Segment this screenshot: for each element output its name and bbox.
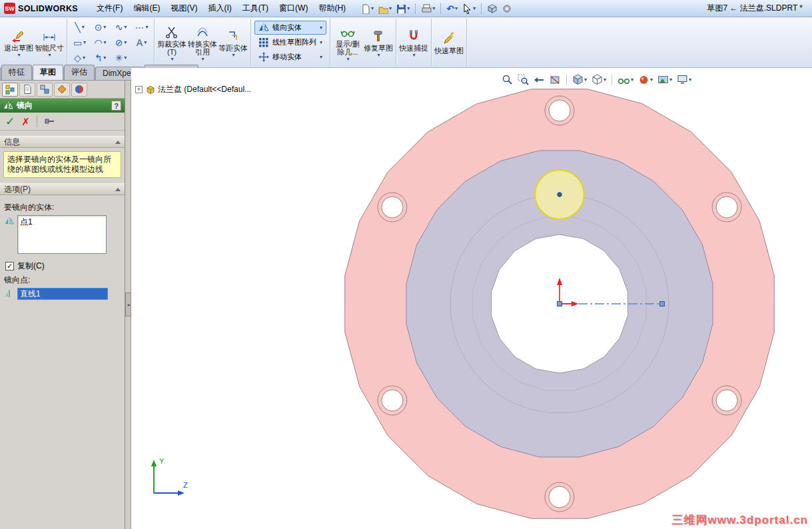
chevron-down-icon[interactable]: ▾ — [144, 40, 147, 45]
centerline-start-handle[interactable] — [558, 302, 562, 306]
rapid-sketch-button[interactable]: 快速草图 — [434, 30, 464, 55]
smart-dimension-button[interactable]: 智能尺寸 ▾ — [34, 27, 65, 58]
chevron-down-icon[interactable]: ▾ — [201, 57, 204, 62]
graphics-area[interactable]: + 法兰盘 (Default<<Defaul... ▾ ▾ ▾ ▾ ▾ ▾ Y … — [131, 68, 812, 529]
tab-evaluate[interactable]: 评估 — [64, 65, 95, 80]
section-view-button[interactable] — [549, 73, 562, 86]
copy-checkbox[interactable]: ✓ — [5, 262, 14, 270]
menu-file[interactable]: 文件(F) — [91, 0, 128, 17]
chevron-down-icon[interactable]: ▾ — [171, 57, 173, 62]
chevron-down-icon[interactable]: ▾ — [104, 40, 107, 45]
chevron-down-icon[interactable]: ▾ — [83, 55, 85, 61]
spline-tool-button[interactable]: ∿▾ — [111, 19, 131, 35]
edit-appearance-button[interactable]: ▾ — [637, 73, 653, 86]
feature-manager-tab[interactable] — [2, 83, 18, 97]
convert-entities-button[interactable]: 转换实体引用 ▾ — [187, 23, 218, 62]
chevron-down-icon[interactable]: ▾ — [82, 25, 85, 30]
tab-sketch[interactable]: 草图 — [33, 65, 63, 80]
rectangle-tool-button[interactable]: ▭▾ — [69, 35, 90, 50]
display-delete-relations-button[interactable]: 显示/删除几... ▾ — [332, 23, 363, 62]
chevron-down-icon[interactable]: ▾ — [124, 55, 127, 61]
polygon-tool-button[interactable]: ◇▾ — [69, 50, 90, 65]
arc-tool-button[interactable]: ◠▾ — [90, 35, 111, 50]
expand-tree-icon[interactable]: + — [135, 86, 143, 93]
point-tool-button[interactable]: ✳▾ — [111, 50, 131, 65]
trim-entities-button[interactable]: 剪裁实体(T) ▾ — [157, 23, 187, 62]
mirror-entities-button[interactable]: 镜向实体 ▾ — [254, 21, 326, 35]
hide-show-items-button[interactable]: ▾ — [617, 73, 634, 86]
menu-window[interactable]: 窗口(W) — [274, 0, 313, 17]
chevron-down-icon[interactable]: ▾ — [320, 40, 322, 45]
view-settings-button[interactable]: ▾ — [676, 73, 692, 86]
help-button[interactable]: ? — [111, 101, 121, 111]
options-section-header[interactable]: 选项(P) — [0, 183, 125, 195]
ok-button[interactable]: ✓ — [5, 116, 15, 127]
feature-tree-root-label[interactable]: 法兰盘 (Default<<Defaul... — [158, 84, 251, 95]
linear-sketch-pattern-button[interactable]: 线性草图阵列 ▾ — [254, 35, 326, 49]
rebuild-button[interactable] — [486, 3, 498, 15]
centerline-end-handle[interactable] — [660, 302, 665, 306]
display-manager-tab[interactable] — [71, 83, 87, 97]
chevron-down-icon[interactable]: ▾ — [17, 53, 20, 58]
chevron-down-icon[interactable]: ▾ — [378, 53, 380, 58]
pin-icon[interactable] — [44, 116, 56, 127]
select-button[interactable]: ▾ — [461, 3, 476, 15]
options-button[interactable] — [501, 3, 513, 15]
previous-view-button[interactable] — [533, 73, 546, 86]
apply-scene-button[interactable]: ▾ — [657, 73, 673, 86]
panel-collapse-handle[interactable]: ◂ — [125, 292, 131, 316]
chevron-down-icon[interactable]: ▾ — [232, 53, 234, 58]
chevron-down-icon: ▾ — [631, 77, 633, 83]
menu-insert[interactable]: 插入(I) — [203, 0, 236, 17]
chevron-down-icon[interactable]: ▾ — [320, 55, 322, 60]
chevron-down-icon[interactable]: ▾ — [103, 55, 106, 61]
exit-sketch-button[interactable]: 退出草图 ▾ — [3, 27, 34, 58]
zoom-to-area-button[interactable] — [517, 73, 530, 86]
property-manager-tab[interactable] — [19, 83, 35, 97]
entities-to-mirror-listbox[interactable]: 点1 — [17, 215, 107, 254]
text-tool-button[interactable]: A▾ — [131, 35, 152, 50]
open-document-button[interactable]: ▾ — [377, 3, 392, 15]
chevron-down-icon[interactable]: ▾ — [48, 53, 51, 58]
menu-tools[interactable]: 工具(T) — [237, 0, 274, 17]
ellipse-tool-button[interactable]: ⊘▾ — [111, 35, 131, 50]
info-section-header[interactable]: 信息 — [0, 136, 125, 148]
appearance-ball-icon — [638, 74, 649, 85]
chevron-down-icon[interactable]: ▾ — [83, 40, 86, 45]
tab-features[interactable]: 特征 — [1, 65, 32, 80]
chevron-down-icon[interactable]: ▾ — [124, 25, 127, 30]
jog-line-tool-button[interactable]: ↰▾ — [90, 50, 111, 65]
chevron-down-icon[interactable]: ▾ — [413, 53, 416, 58]
move-entities-button[interactable]: 移动实体 ▾ — [254, 50, 326, 64]
menu-view[interactable]: 视图(V) — [165, 0, 203, 17]
display-style-icon — [592, 74, 603, 85]
undo-button[interactable]: ↶ ▾ — [446, 3, 458, 14]
dimxpert-manager-tab[interactable] — [54, 83, 70, 97]
view-orientation-button[interactable]: ▾ — [572, 73, 588, 86]
chevron-down-icon[interactable]: ▾ — [145, 25, 148, 30]
zoom-to-fit-button[interactable] — [501, 73, 514, 86]
offset-entities-button[interactable]: 等距实体 ▾ — [218, 27, 248, 58]
display-style-button[interactable]: ▾ — [591, 73, 607, 86]
configurations-icon — [39, 84, 50, 95]
construction-geometry-button[interactable]: ⋯▾ — [131, 19, 152, 35]
print-button[interactable]: ▾ — [420, 3, 436, 15]
repair-sketch-button[interactable]: 修复草图 ▾ — [363, 27, 394, 58]
line-tool-button[interactable]: ╲▾ — [69, 19, 90, 35]
options-section-body: 要镜向的实体: 点1 ✓ 复制(C) 镜向点: 直线1 — [0, 195, 125, 300]
configuration-manager-tab[interactable] — [37, 83, 53, 97]
menu-edit[interactable]: 编辑(E) — [128, 0, 165, 17]
circle-tool-button[interactable]: ⊙▾ — [90, 19, 111, 35]
chevron-down-icon[interactable]: ▾ — [124, 40, 127, 45]
quick-snaps-button[interactable]: 快速捕捉 ▾ — [398, 27, 429, 58]
new-document-button[interactable]: ▾ — [359, 3, 374, 15]
mirror-point-field[interactable]: 直线1 — [17, 288, 108, 300]
menu-help[interactable]: 帮助(H) — [313, 0, 351, 17]
list-item[interactable]: 点1 — [20, 217, 104, 228]
save-button[interactable]: ▾ — [395, 3, 410, 15]
mirror-point-marker[interactable] — [558, 193, 562, 197]
chevron-down-icon[interactable]: ▾ — [320, 25, 322, 31]
cancel-button[interactable]: ✗ — [21, 117, 30, 127]
chevron-down-icon[interactable]: ▾ — [103, 25, 106, 30]
chevron-down-icon[interactable]: ▾ — [347, 57, 350, 62]
